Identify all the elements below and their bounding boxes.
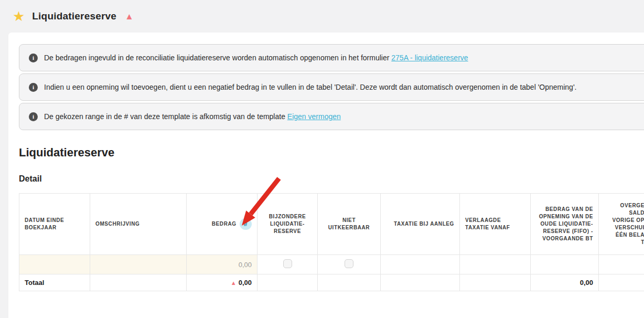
cell-taxatie-bij-aanleg	[381, 255, 460, 274]
banner-text: De bedragen ingevuld in de reconciliatie…	[44, 54, 468, 62]
banner-text-run: De gekozen range in de # van deze templa…	[44, 112, 287, 121]
total-bijzondere	[257, 274, 318, 291]
cell-overgedragen-saldo	[599, 255, 644, 274]
col-header-taxatie-bij-aanleg: TAXATIE BIJ AANLEG	[381, 194, 460, 255]
cell-niet-uitkeerbaar	[318, 255, 381, 274]
info-banner-3: i De gekozen range in de # van deze temp…	[19, 103, 644, 130]
content-panel: i De bedragen ingevuld in de reconciliat…	[8, 33, 644, 318]
warning-triangle-icon: ▲	[125, 12, 134, 21]
cell-verlaagde-taxatie-vanaf	[460, 255, 531, 274]
total-overgedragen-saldo	[599, 274, 644, 291]
total-taxatie-bij-aanleg	[381, 274, 460, 291]
favorite-star-icon[interactable]: ★	[13, 9, 25, 23]
col-header-niet-uitkeerbaar: NIET UITKEERBAAR	[318, 194, 381, 255]
clipped-line: OVERGE	[604, 202, 644, 209]
total-label: Totaal	[19, 274, 90, 291]
total-bedrag: ▲0,00	[187, 274, 257, 291]
col-header-verlaagde-taxatie-vanaf: VERLAAGDE TAXATIE VANAF	[460, 194, 531, 255]
clipped-line: T	[604, 239, 644, 246]
col-header-bedrag-label: BEDRAG	[212, 221, 237, 227]
info-icon: i	[29, 54, 38, 62]
total-row: Totaal ▲0,00 0,00	[19, 274, 644, 291]
niet-uitkeerbaar-checkbox[interactable]	[345, 259, 353, 268]
total-bedrag-opneming: 0,00	[531, 274, 599, 291]
table-header-row: DATUM EINDE BOEKJAAR OMSCHRIJVING BEDRAG…	[19, 194, 644, 255]
section-title: Liquidatiereserve	[19, 146, 644, 160]
info-icon: i	[29, 83, 38, 92]
clipped-line: ÉÉN BELA	[604, 231, 644, 239]
col-header-datum-einde-boekjaar: DATUM EINDE BOEKJAAR	[19, 194, 90, 255]
col-header-bijzondere-liquidatiereserve: BIJZONDERE LIQUIDATIE-RESERVE	[257, 194, 318, 255]
col-header-overgedragen-saldo: OVERGE SALD VORIGE OP VERSCHUI ÉÉN BELA …	[599, 194, 644, 255]
total-niet-uitkeerbaar	[318, 274, 381, 291]
table-row: 0,00	[19, 255, 644, 274]
clipped-line: SALD	[604, 209, 644, 217]
cell-datum-einde-boekjaar-input[interactable]	[19, 255, 90, 274]
banner-text-run: Indien u een opneming wil toevoegen, die…	[44, 83, 576, 91]
banner-text-run: De bedragen ingevuld in de reconciliatie…	[44, 54, 391, 62]
col-header-omschrijving: OMSCHRIJVING	[90, 194, 187, 255]
detail-subtitle: Detail	[19, 174, 644, 184]
cell-bedrag-input[interactable]: 0,00	[187, 255, 257, 274]
cell-bedrag-opneming-oude-reserve	[531, 255, 599, 274]
range-hash-badge[interactable]: #	[240, 218, 252, 230]
info-banner-2: i Indien u een opneming wil toevoegen, d…	[19, 73, 644, 101]
trend-up-icon: ▲	[231, 280, 237, 286]
total-omschrijving	[90, 274, 187, 291]
link-275a-liquidatiereserve[interactable]: 275A - liquidatiereserve	[391, 54, 468, 62]
link-eigen-vermogen[interactable]: Eigen vermogen	[287, 112, 341, 121]
page-header: ★ Liquidatiereserve ▲	[0, 0, 644, 33]
total-bedrag-value: 0,00	[239, 279, 252, 287]
total-verlaagde-taxatie	[460, 274, 531, 291]
detail-table: DATUM EINDE BOEKJAAR OMSCHRIJVING BEDRAG…	[19, 193, 644, 291]
col-header-bedrag-opneming-oude-reserve: BEDRAG VAN DE OPNEMING VAN DE OUDE LIQUI…	[531, 194, 599, 255]
banner-text: De gekozen range in de # van deze templa…	[44, 112, 341, 121]
bijzondere-liquidatiereserve-checkbox[interactable]	[283, 259, 292, 268]
cell-bijzondere-liquidatiereserve	[257, 255, 318, 274]
clipped-line: VORIGE OP	[604, 217, 644, 224]
info-icon: i	[29, 112, 38, 121]
info-banner-1: i De bedragen ingevuld in de reconciliat…	[19, 44, 644, 71]
clipped-line: VERSCHUI	[604, 224, 644, 231]
col-header-bedrag: BEDRAG#	[187, 194, 257, 255]
page-title: Liquidatiereserve	[32, 10, 116, 22]
banner-text: Indien u een opneming wil toevoegen, die…	[44, 83, 576, 91]
cell-omschrijving-input[interactable]	[90, 255, 187, 274]
